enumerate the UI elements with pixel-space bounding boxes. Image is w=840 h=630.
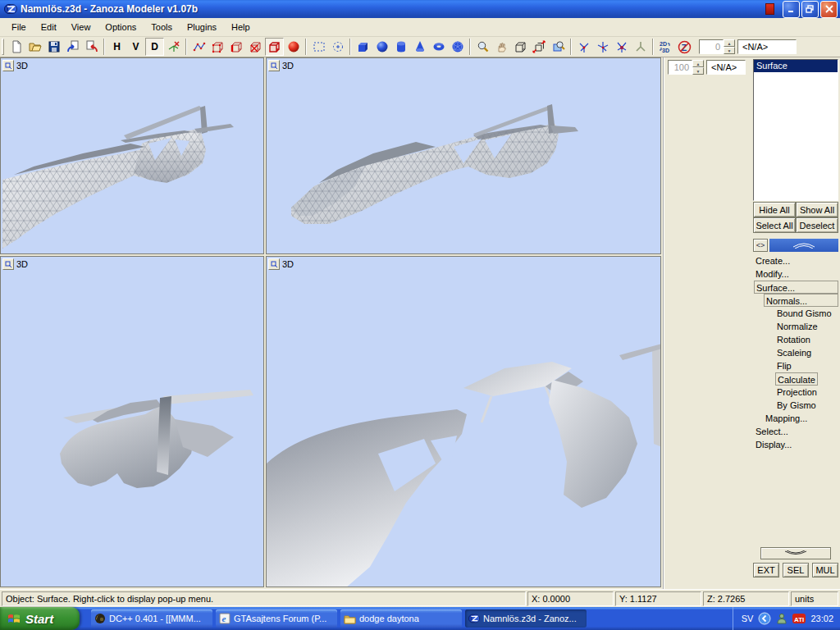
select-circle-button[interactable] — [328, 38, 347, 56]
ati-icon[interactable]: ATI — [792, 613, 806, 624]
ext-button[interactable]: EXT — [753, 563, 779, 578]
export-button[interactable] — [82, 38, 101, 56]
cmd-projection[interactable]: Projection — [775, 386, 838, 399]
primitive-sphere-button[interactable] — [372, 38, 391, 56]
menu-file[interactable]: File — [4, 20, 34, 34]
open-file-button[interactable] — [25, 38, 44, 56]
viewport-maximize-button[interactable] — [2, 258, 14, 270]
primitive-cylinder-button[interactable] — [391, 38, 410, 56]
menu-help[interactable]: Help — [224, 20, 258, 34]
cmd-bound-gismo[interactable]: Bound Gismo — [775, 307, 838, 320]
cmd-by-gismo[interactable]: By Gismo — [775, 399, 838, 412]
messenger-icon[interactable] — [776, 613, 788, 624]
menu-edit[interactable]: Edit — [34, 20, 64, 34]
delete-axes-button[interactable] — [164, 38, 183, 56]
viewport-maximize-button[interactable] — [268, 258, 280, 270]
vertical-view-button[interactable]: V — [126, 38, 145, 56]
face-level-button[interactable] — [246, 38, 265, 56]
zoom-extents-button[interactable] — [530, 38, 549, 56]
new-file-button[interactable] — [7, 38, 25, 56]
spinner-value-field[interactable]: 0 — [699, 39, 724, 54]
panel-collapse-button[interactable] — [769, 239, 838, 252]
horizontal-view-button[interactable]: H — [107, 38, 126, 56]
viewport-header: 3D — [2, 258, 28, 270]
menu-options[interactable]: Options — [98, 20, 144, 34]
menu-tools[interactable]: Tools — [144, 20, 180, 34]
mirror-axes-button[interactable] — [631, 38, 650, 56]
edit-mesh-button[interactable] — [189, 38, 208, 56]
rotate-view-button[interactable] — [511, 38, 530, 56]
start-button[interactable]: Start — [0, 607, 80, 630]
select-all-button[interactable]: Select All — [753, 217, 796, 233]
cmd-normals[interactable]: Normals... — [764, 294, 838, 307]
cmd-normalize[interactable]: Normalize — [775, 320, 838, 333]
primitive-torus-button[interactable] — [429, 38, 448, 56]
close-button[interactable] — [820, 1, 838, 18]
pan-button[interactable] — [492, 38, 511, 56]
task-dcpp[interactable]: DC++ 0.401 - [[MMM... — [91, 609, 212, 628]
restore-button[interactable] — [801, 1, 819, 18]
mode-2d3d-button[interactable]: 2D3D — [656, 38, 675, 56]
menu-view[interactable]: View — [64, 20, 98, 34]
scale-na-dropdown[interactable]: <N/A> — [706, 60, 746, 75]
cmd-flip[interactable]: Flip — [775, 359, 838, 372]
primitive-box-button[interactable] — [354, 38, 372, 56]
panel-expand-button[interactable] — [760, 547, 831, 559]
task-gtasajtens-forum[interactable]: e GTAsajtens Forum (P... — [216, 609, 337, 628]
object-listbox[interactable]: Surface — [753, 59, 838, 201]
scale-up-button[interactable]: ▲ — [692, 60, 704, 67]
task-dodge-daytona-folder[interactable]: dodge daytona — [340, 609, 462, 628]
task-zmodeler-active[interactable]: Namnlös.z3d - Zanoz... — [465, 609, 587, 628]
save-file-button[interactable] — [44, 38, 63, 56]
disable-z-button[interactable]: Z — [675, 38, 694, 56]
scale-axes-button[interactable] — [612, 38, 631, 56]
panel-detach-button[interactable]: <> — [753, 239, 768, 252]
cmd-modify[interactable]: Modify... — [754, 267, 838, 281]
primitive-geosphere-button[interactable] — [448, 38, 467, 56]
viewport-3d-top-right[interactable]: 3D — [266, 57, 661, 254]
spinner-down-button[interactable]: ▼ — [724, 47, 735, 54]
cmd-calculate[interactable]: Calculate — [775, 372, 818, 386]
hide-all-button[interactable]: Hide All — [753, 202, 796, 217]
primitive-cone-button[interactable] — [410, 38, 429, 56]
cmd-mapping[interactable]: Mapping... — [764, 412, 838, 425]
toolbar-na-dropdown[interactable]: <N/A> — [737, 39, 797, 54]
material-editor-button[interactable] — [284, 38, 303, 56]
viewport-maximize-button[interactable] — [268, 60, 280, 71]
minimize-button[interactable] — [783, 1, 800, 18]
viewport-maximize-button[interactable] — [2, 60, 14, 71]
show-all-button[interactable]: Show All — [796, 202, 838, 217]
cmd-scaleing[interactable]: Scaleing — [775, 346, 838, 359]
viewport-3d-bottom-right[interactable]: 3D — [266, 256, 661, 587]
cmd-select[interactable]: Select... — [754, 425, 838, 438]
cmd-display[interactable]: Display... — [754, 438, 838, 451]
edge-level-button[interactable] — [227, 38, 246, 56]
cmd-create[interactable]: Create... — [754, 254, 838, 267]
select-rect-button[interactable] — [309, 38, 328, 56]
viewport-3d-bottom-left[interactable]: 3D — [0, 256, 264, 587]
tray-chevron-icon[interactable] — [758, 612, 771, 625]
default-view-button[interactable]: D — [145, 38, 164, 56]
cmd-surface[interactable]: Surface... — [754, 281, 838, 294]
menu-plugins[interactable]: Plugins — [180, 20, 224, 34]
vertex-level-button[interactable] — [208, 38, 227, 56]
mul-button[interactable]: MUL — [812, 563, 838, 578]
object-level-button[interactable] — [265, 38, 284, 56]
zoom-region-button[interactable] — [549, 38, 568, 56]
scale-down-button[interactable]: ▼ — [692, 67, 704, 75]
toolbar-grip[interactable] — [2, 39, 4, 55]
deselect-button[interactable]: Deselect — [796, 217, 838, 233]
rotate-axes-button[interactable] — [593, 38, 612, 56]
import-button[interactable] — [63, 38, 82, 56]
language-indicator[interactable]: SV — [742, 614, 754, 623]
toolbar-spinner: 0 ▲ ▼ <N/A> — [699, 39, 797, 54]
scale-value-field[interactable]: 100 — [668, 60, 692, 75]
list-item-surface[interactable]: Surface — [754, 60, 838, 72]
sel-button[interactable]: SEL — [783, 563, 809, 578]
zoom-button[interactable] — [473, 38, 492, 56]
spinner-up-button[interactable]: ▲ — [724, 39, 735, 47]
clock[interactable]: 23:02 — [810, 614, 833, 623]
move-axes-button[interactable] — [574, 38, 593, 56]
viewport-3d-top-left[interactable]: 3D — [0, 57, 264, 254]
cmd-rotation[interactable]: Rotation — [775, 333, 838, 346]
